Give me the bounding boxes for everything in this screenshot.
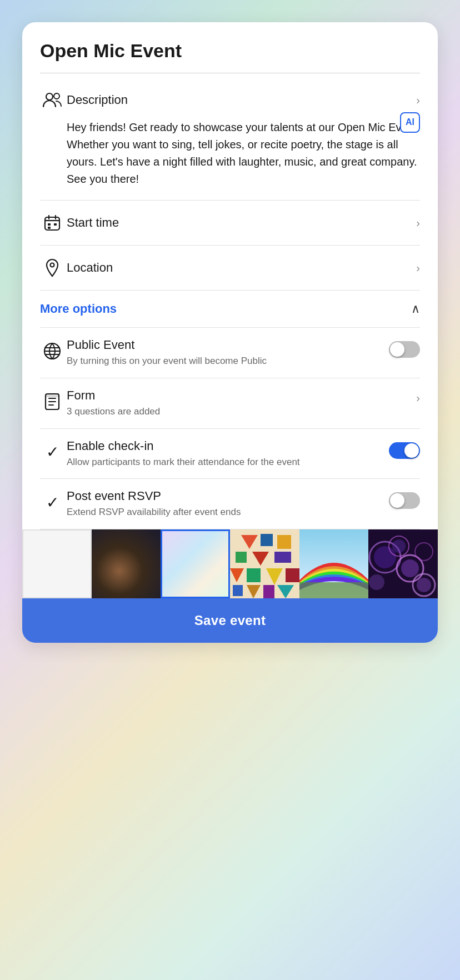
form-icon bbox=[40, 389, 64, 414]
description-text: Hey friends! Get ready to showcase your … bbox=[67, 121, 420, 185]
thumbnails-row bbox=[22, 529, 438, 598]
location-icon bbox=[40, 256, 64, 280]
svg-point-29 bbox=[374, 546, 396, 568]
public-event-row: Public Event By turning this on your eve… bbox=[40, 328, 420, 378]
more-options-label: More options bbox=[40, 302, 411, 316]
thumbnail-geometric[interactable] bbox=[230, 529, 299, 598]
description-body-wrap: Hey friends! Get ready to showcase your … bbox=[40, 112, 420, 190]
more-options-chevron-up: ∧ bbox=[411, 302, 420, 316]
start-time-label: Start time bbox=[67, 216, 412, 230]
public-event-subtitle: By turning this on your event will becom… bbox=[67, 354, 389, 368]
checkin-toggle[interactable] bbox=[389, 442, 420, 459]
checkin-content: Enable check-in Allow participants to ma… bbox=[67, 439, 389, 469]
page-title: Open Mic Event bbox=[40, 40, 420, 62]
svg-point-6 bbox=[51, 263, 54, 267]
rsvp-toggle-knob bbox=[390, 493, 404, 508]
more-options-row[interactable]: More options ∧ bbox=[40, 291, 420, 328]
location-chevron: › bbox=[416, 262, 420, 274]
main-card: Open Mic Event Description › Hey friends… bbox=[22, 22, 438, 643]
globe-icon bbox=[40, 339, 64, 363]
description-chevron: › bbox=[416, 94, 420, 107]
svg-rect-4 bbox=[54, 223, 57, 226]
rsvp-title: Post event RSVP bbox=[67, 489, 389, 503]
rsvp-row: ✓ Post event RSVP Extend RSVP availabili… bbox=[40, 479, 420, 529]
thumbnail-bubbles[interactable] bbox=[368, 529, 438, 598]
thumbnail-blank[interactable] bbox=[22, 529, 92, 598]
description-section: Description › Hey friends! Get ready to … bbox=[40, 78, 420, 201]
save-event-button[interactable]: Save event bbox=[22, 598, 438, 643]
svg-rect-23 bbox=[263, 585, 274, 598]
calendar-icon bbox=[40, 211, 64, 235]
description-header[interactable]: Description › bbox=[40, 88, 420, 112]
svg-rect-20 bbox=[286, 568, 299, 582]
form-content: Form 3 questions are added bbox=[67, 388, 412, 418]
checkmark-icon: ✓ bbox=[40, 440, 64, 464]
svg-rect-12 bbox=[261, 534, 273, 546]
thumbnail-dark[interactable] bbox=[92, 529, 161, 598]
public-event-content: Public Event By turning this on your eve… bbox=[67, 338, 389, 368]
svg-rect-18 bbox=[247, 568, 261, 582]
location-label: Location bbox=[67, 261, 412, 275]
svg-rect-26 bbox=[299, 582, 369, 598]
checkin-row: ✓ Enable check-in Allow participants to … bbox=[40, 429, 420, 479]
checkin-toggle-wrap[interactable] bbox=[389, 442, 420, 459]
checkin-subtitle: Allow participants to mark their attenda… bbox=[67, 456, 389, 469]
svg-point-1 bbox=[54, 93, 59, 99]
thumbnail-pastel[interactable] bbox=[161, 529, 230, 598]
title-divider bbox=[40, 73, 420, 73]
form-row[interactable]: Form 3 questions are added › bbox=[40, 378, 420, 429]
svg-point-33 bbox=[392, 539, 406, 553]
start-time-chevron: › bbox=[416, 217, 420, 229]
ai-badge[interactable]: AI bbox=[400, 112, 420, 133]
svg-rect-2 bbox=[45, 217, 59, 230]
rsvp-content: Post event RSVP Extend RSVP availability… bbox=[67, 489, 389, 519]
description-label: Description bbox=[67, 93, 412, 107]
svg-rect-9 bbox=[46, 394, 59, 397]
svg-point-37 bbox=[417, 578, 431, 592]
svg-rect-16 bbox=[274, 552, 291, 563]
rsvp-checkmark-icon: ✓ bbox=[40, 490, 64, 514]
svg-rect-21 bbox=[233, 585, 243, 596]
rsvp-toggle-wrap[interactable] bbox=[389, 492, 420, 509]
form-title: Form bbox=[67, 388, 412, 403]
svg-marker-13 bbox=[277, 535, 291, 549]
check-symbol: ✓ bbox=[46, 443, 59, 461]
rsvp-subtitle: Extend RSVP availability after event end… bbox=[67, 506, 389, 519]
rsvp-toggle[interactable] bbox=[389, 492, 420, 509]
checkin-toggle-knob bbox=[404, 443, 419, 458]
checkin-title: Enable check-in bbox=[67, 439, 389, 453]
thumbnail-rainbow[interactable] bbox=[299, 529, 369, 598]
rsvp-check-symbol: ✓ bbox=[46, 493, 59, 512]
svg-rect-5 bbox=[48, 227, 51, 229]
location-section[interactable]: Location › bbox=[40, 246, 420, 291]
svg-rect-3 bbox=[48, 223, 51, 226]
start-time-section[interactable]: Start time › bbox=[40, 201, 420, 246]
public-event-title: Public Event bbox=[67, 338, 389, 352]
form-subtitle: 3 questions are added bbox=[67, 405, 412, 418]
people-icon bbox=[40, 88, 64, 112]
svg-point-31 bbox=[401, 559, 419, 577]
public-event-toggle-knob bbox=[390, 342, 404, 357]
svg-point-35 bbox=[369, 574, 384, 590]
svg-rect-14 bbox=[236, 552, 247, 563]
public-event-toggle-wrap[interactable] bbox=[389, 341, 420, 358]
form-chevron: › bbox=[416, 392, 420, 404]
public-event-toggle[interactable] bbox=[389, 341, 420, 358]
svg-point-0 bbox=[46, 93, 53, 100]
